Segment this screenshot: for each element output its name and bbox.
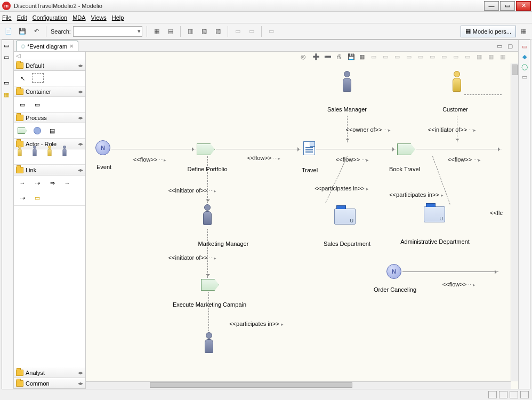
- tool-icon[interactable]: ▥: [185, 26, 196, 37]
- palette-section-default[interactable]: Default ◂▸: [14, 60, 85, 71]
- node-marketing-manager[interactable]: [200, 204, 214, 227]
- tool-icon[interactable]: ▭: [246, 26, 257, 37]
- doc-tool[interactable]: ▤: [47, 125, 58, 136]
- tool-icon[interactable]: ▧: [199, 26, 209, 37]
- node-execute-campaign[interactable]: [201, 279, 219, 291]
- search-input[interactable]: ▾: [73, 26, 142, 37]
- align-icon[interactable]: ▭: [441, 53, 450, 62]
- grid-icon[interactable]: ▦: [477, 53, 485, 62]
- perspective-button[interactable]: ▦ Modelio pers...: [461, 26, 516, 37]
- palette-section-link[interactable]: Link ◂▸: [14, 165, 85, 175]
- align-icon[interactable]: ▭: [394, 53, 403, 62]
- close-button[interactable]: ✕: [516, 1, 531, 11]
- undo-icon[interactable]: ↶: [31, 26, 42, 37]
- minimize-view-icon[interactable]: ▭: [497, 43, 505, 51]
- node-sales-manager[interactable]: [340, 71, 354, 93]
- rail-icon[interactable]: ▭: [522, 43, 527, 50]
- palette-section-process[interactable]: Process ◂▸: [14, 113, 85, 123]
- menu-views[interactable]: Views: [91, 14, 107, 21]
- zoom-in-icon[interactable]: ➕: [312, 53, 321, 62]
- link-tool[interactable]: ▭: [32, 193, 43, 203]
- rail-icon[interactable]: ▦: [4, 91, 12, 100]
- edge-flow[interactable]: [402, 271, 498, 272]
- edge-flow[interactable]: [316, 149, 396, 149]
- node-define-portfolio[interactable]: [197, 143, 215, 155]
- close-tab-icon[interactable]: ✕: [69, 43, 74, 49]
- status-icon[interactable]: [499, 391, 507, 398]
- status-icon[interactable]: [520, 391, 529, 398]
- actor-tool[interactable]: [62, 151, 72, 162]
- node-sales-department[interactable]: U: [334, 209, 356, 225]
- link-tool[interactable]: →: [17, 178, 28, 188]
- edge-participates[interactable]: [208, 292, 209, 331]
- align-icon[interactable]: ▭: [371, 53, 380, 62]
- tab-event-diagram[interactable]: ◇ *Event diagram ✕: [16, 41, 78, 51]
- node-travel[interactable]: [303, 141, 315, 155]
- event-tool[interactable]: [32, 125, 43, 136]
- actor-tool[interactable]: [32, 151, 43, 162]
- scroll-thumb[interactable]: [512, 65, 518, 75]
- node-order-canceling[interactable]: N: [386, 264, 401, 279]
- rail-icon[interactable]: ▭: [4, 42, 12, 51]
- maximize-button[interactable]: ▭: [500, 1, 515, 11]
- tool-icon[interactable]: ▦: [151, 26, 162, 37]
- container-tool[interactable]: ▭: [32, 99, 43, 110]
- menu-file[interactable]: File: [2, 14, 12, 21]
- align-icon[interactable]: ▭: [430, 53, 438, 62]
- link-tool[interactable]: →: [62, 178, 72, 188]
- tool-icon[interactable]: ▭: [232, 26, 243, 37]
- palette-section-container[interactable]: Container ◂▸: [14, 86, 85, 97]
- diagram-canvas[interactable]: ◎ ➕ ➖ 🖨 💾 ▦ ▭ ▭ ▭ ▭ ▭ ▭ ▭ ▭ ▭ ▦ ▦: [86, 52, 518, 389]
- save-icon[interactable]: 💾: [348, 53, 356, 62]
- edge-participates[interactable]: [325, 156, 347, 203]
- align-icon[interactable]: ▭: [465, 53, 473, 62]
- menu-edit[interactable]: Edit: [17, 14, 27, 21]
- align-icon[interactable]: ▭: [383, 53, 391, 62]
- menu-help[interactable]: Help: [112, 14, 124, 21]
- minimize-button[interactable]: —: [484, 1, 499, 11]
- rail-icon[interactable]: ▭: [4, 79, 12, 88]
- save-icon[interactable]: 💾: [17, 26, 28, 37]
- rail-icon[interactable]: ▭: [4, 54, 12, 62]
- grid-icon[interactable]: ▦: [500, 53, 509, 62]
- edge-initiator[interactable]: [207, 156, 208, 203]
- menu-configuration[interactable]: Configuration: [33, 14, 67, 21]
- palette-collapse[interactable]: ◁: [14, 52, 85, 60]
- node-event[interactable]: N: [95, 140, 110, 155]
- actor-tool[interactable]: [47, 151, 58, 162]
- selection-tool[interactable]: ↖: [17, 73, 28, 84]
- align-icon[interactable]: ▭: [406, 53, 415, 62]
- edge-flow[interactable]: [416, 149, 502, 149]
- maximize-view-icon[interactable]: ▢: [507, 43, 516, 51]
- container-tool[interactable]: ▭: [17, 99, 28, 110]
- menu-mda[interactable]: MDA: [72, 14, 85, 21]
- scroll-thumb[interactable]: [150, 382, 352, 388]
- rail-icon[interactable]: ▭: [522, 74, 527, 81]
- tool-icon[interactable]: ▤: [165, 26, 176, 37]
- node-campaign-actor[interactable]: [202, 332, 216, 355]
- marquee-tool[interactable]: [32, 73, 44, 83]
- link-tool[interactable]: ⇢: [32, 178, 43, 188]
- tool-icon[interactable]: ▨: [213, 26, 223, 37]
- palette-section-common[interactable]: Common ◂▸: [14, 378, 85, 389]
- align-icon[interactable]: ▭: [418, 53, 426, 62]
- zoom-fit-icon[interactable]: ◎: [301, 53, 309, 62]
- export-icon[interactable]: ▦: [359, 53, 368, 62]
- tool-icon[interactable]: ▭: [266, 26, 277, 37]
- process-tool[interactable]: [17, 125, 28, 136]
- edge-dash[interactable]: [464, 94, 502, 95]
- actor-tool[interactable]: [17, 151, 28, 162]
- edge-initiator[interactable]: [207, 229, 208, 278]
- link-tool[interactable]: ⇒: [47, 178, 58, 188]
- node-admin-department[interactable]: U: [424, 206, 445, 222]
- status-icon[interactable]: [488, 391, 497, 398]
- perspective-switch-icon[interactable]: ▦: [518, 26, 529, 37]
- vertical-scrollbar[interactable]: [511, 63, 518, 381]
- rail-icon[interactable]: ◆: [522, 53, 527, 60]
- link-tool[interactable]: ⇢: [17, 193, 28, 203]
- node-book-travel[interactable]: [397, 143, 415, 155]
- zoom-out-icon[interactable]: ➖: [324, 53, 333, 62]
- palette-section-analyst[interactable]: Analyst ◂▸: [14, 367, 85, 378]
- node-customer[interactable]: [450, 71, 464, 93]
- status-icon[interactable]: [510, 391, 518, 398]
